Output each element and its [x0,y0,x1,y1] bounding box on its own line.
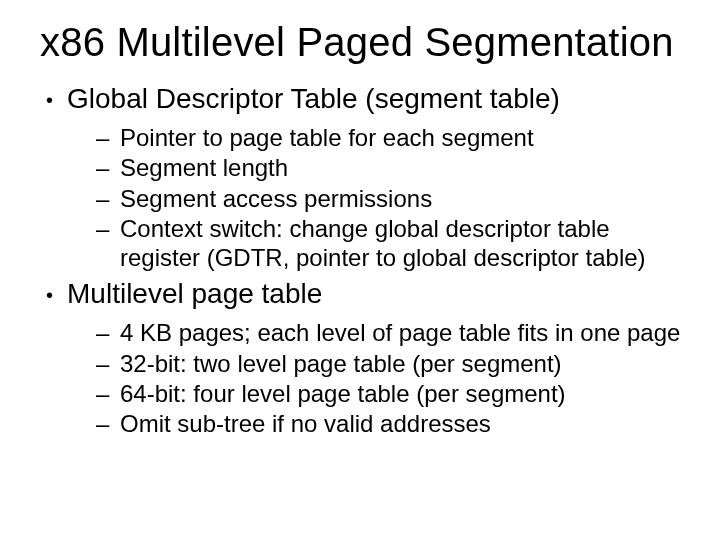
slide: x86 Multilevel Paged Segmentation • Glob… [0,0,720,540]
bullet-level1-text: Multilevel page table [67,278,322,310]
bullet-dash-icon: – [96,153,110,182]
bullet-level2: – 32-bit: two level page table (per segm… [96,349,690,378]
bullet-level2-text: 4 KB pages; each level of page table fit… [120,318,690,347]
bullet-level2: – Segment access permissions [96,184,690,213]
bullet-level1: • Multilevel page table [40,278,690,312]
bullet-level2-text: Omit sub-tree if no valid addresses [120,409,690,438]
bullet-level2-text: 64-bit: four level page table (per segme… [120,379,690,408]
bullet-dash-icon: – [96,349,110,378]
bullet-level2: – Context switch: change global descript… [96,214,690,273]
bullet-dot-icon: • [46,83,53,117]
bullet-level2-text: Segment access permissions [120,184,690,213]
bullet-level2: – Pointer to page table for each segment [96,123,690,152]
bullet-level2-text: Segment length [120,153,690,182]
bullet-level1-text: Global Descriptor Table (segment table) [67,83,560,115]
bullet-level2: – Omit sub-tree if no valid addresses [96,409,690,438]
bullet-level1: • Global Descriptor Table (segment table… [40,83,690,117]
bullet-dash-icon: – [96,409,110,438]
bullet-dash-icon: – [96,214,110,243]
bullet-dash-icon: – [96,184,110,213]
bullet-dot-icon: • [46,278,53,312]
bullet-level2: – 4 KB pages; each level of page table f… [96,318,690,347]
bullet-level2: – Segment length [96,153,690,182]
bullet-level2-text: Context switch: change global descriptor… [120,214,690,273]
slide-title: x86 Multilevel Paged Segmentation [40,20,690,65]
bullet-level2-text: Pointer to page table for each segment [120,123,690,152]
bullet-dash-icon: – [96,379,110,408]
bullet-level2-text: 32-bit: two level page table (per segmen… [120,349,690,378]
bullet-dash-icon: – [96,318,110,347]
bullet-dash-icon: – [96,123,110,152]
bullet-level2: – 64-bit: four level page table (per seg… [96,379,690,408]
